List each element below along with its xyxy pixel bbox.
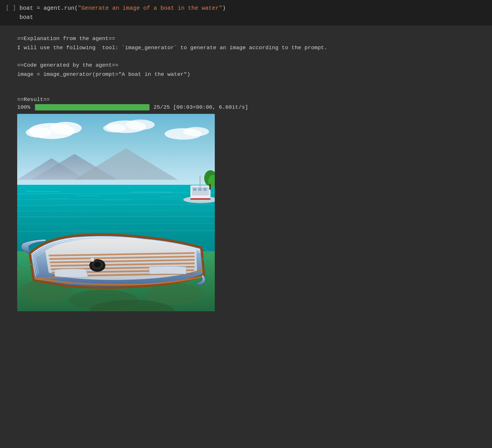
svg-rect-30: [198, 188, 202, 191]
svg-point-5: [126, 120, 155, 130]
output-area: ==Explanation from the agent== I will us…: [0, 26, 492, 319]
svg-rect-24: [103, 200, 132, 200]
spacer-2: [17, 79, 475, 87]
explanation-heading: ==Explanation from the agent==: [17, 34, 475, 43]
boat-image: [17, 114, 215, 311]
progress-bar-fill: [35, 104, 149, 110]
progress-row: 100% 25/25 [00:03<00:00, 6.60it/s]: [17, 104, 475, 110]
explanation-body: I will use the following tool: `image_ge…: [17, 43, 475, 52]
code-body: image = image_generator(prompt="A boat i…: [17, 70, 475, 79]
code-heading: ==Code generated by the agent==: [17, 61, 475, 70]
code-line-2: boat: [19, 13, 226, 22]
svg-rect-33: [190, 198, 210, 200]
svg-rect-31: [203, 188, 207, 191]
svg-point-6: [103, 124, 126, 132]
progress-percent: 100%: [17, 104, 31, 110]
svg-rect-36: [209, 184, 211, 190]
code-line-1: boat = agent.run("Generate an image of a…: [19, 4, 226, 13]
svg-point-8: [183, 127, 209, 136]
svg-rect-23: [46, 198, 69, 199]
boat-scene-svg: [17, 114, 215, 311]
fn-close: ): [222, 5, 226, 11]
svg-point-54: [94, 262, 101, 267]
svg-rect-20: [26, 191, 60, 192]
fn-string-arg: "Generate an image of a boat in the wate…: [78, 5, 222, 11]
svg-point-56: [91, 258, 94, 261]
svg-rect-21: [74, 195, 100, 196]
cell-bracket: [ ]: [6, 4, 16, 11]
var-boat: boat: [19, 5, 33, 11]
progress-stats: 25/25 [00:03<00:00, 6.60it/s]: [153, 104, 248, 110]
equals-sign: =: [37, 5, 44, 11]
svg-rect-25: [160, 196, 180, 197]
fn-name: agent.run(: [44, 5, 78, 11]
spacer-1: [17, 53, 475, 61]
spacer-3: [17, 87, 475, 95]
svg-rect-29: [193, 188, 196, 191]
result-heading: ==Result==: [17, 95, 475, 104]
svg-rect-32: [200, 175, 200, 187]
notebook-cell-header: [ ] boat = agent.run("Generate an image …: [0, 0, 492, 26]
svg-point-2: [50, 122, 82, 134]
svg-rect-22: [132, 192, 172, 193]
progress-bar-container: [35, 104, 149, 110]
cell-code: boat = agent.run("Generate an image of a…: [19, 4, 226, 22]
svg-point-3: [26, 127, 52, 138]
